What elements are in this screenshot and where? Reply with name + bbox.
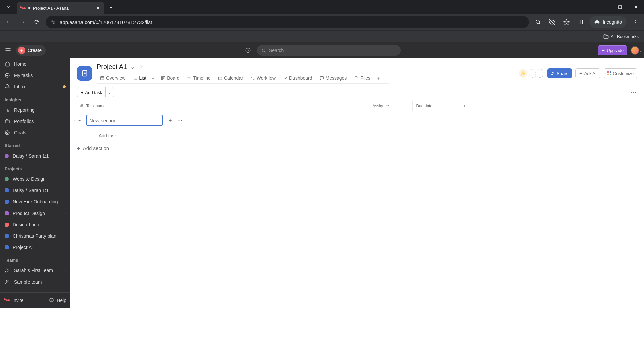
- customize-button[interactable]: Customize: [604, 68, 637, 78]
- svg-point-50: [251, 77, 252, 77]
- sidebar-project-item[interactable]: Daisy / Sarah 1:1: [0, 185, 70, 196]
- back-button[interactable]: ←: [3, 17, 13, 27]
- collapse-caret-icon[interactable]: ▾: [79, 118, 84, 123]
- create-button[interactable]: + Create: [16, 45, 46, 56]
- sidebar-item-my-tasks[interactable]: My tasks: [0, 70, 70, 81]
- site-settings-icon[interactable]: [50, 19, 56, 25]
- star-icon[interactable]: ☆: [138, 64, 143, 70]
- sidebar-team-item[interactable]: Sarah's First Team›: [0, 265, 70, 276]
- eye-off-icon[interactable]: [547, 17, 557, 27]
- forward-button[interactable]: →: [17, 17, 28, 27]
- ai-sparkle-button[interactable]: ✨: [519, 69, 527, 78]
- asana-logo-icon: [4, 299, 10, 301]
- column-name: Task name: [86, 104, 106, 108]
- svg-rect-56: [607, 74, 609, 75]
- svg-rect-54: [607, 71, 609, 73]
- column-id: #: [80, 104, 83, 108]
- add-task-to-section-button[interactable]: +: [167, 117, 174, 123]
- task-row-placeholder[interactable]: ⋮⋮ Add task…: [70, 129, 644, 142]
- sidebar-section-projects: Projects: [0, 162, 70, 173]
- menu-toggle-button[interactable]: [5, 47, 11, 54]
- tab-board[interactable]: Board: [158, 73, 183, 83]
- tab-more-button[interactable]: ⋯: [150, 75, 157, 82]
- search-icon[interactable]: [533, 17, 543, 27]
- plus-icon: +: [81, 90, 84, 95]
- svg-rect-55: [610, 71, 611, 73]
- sidebar-label: Project A1: [13, 245, 66, 250]
- tab-files[interactable]: Files: [351, 73, 374, 83]
- sidebar-project-item[interactable]: Product Design›: [0, 207, 70, 219]
- close-window-button[interactable]: ✕: [628, 0, 644, 14]
- sidebar-label: Website Design: [13, 176, 66, 182]
- share-button[interactable]: Share: [547, 68, 572, 78]
- add-task-dropdown[interactable]: ⌄: [106, 90, 114, 94]
- ask-ai-button[interactable]: ✦ Ask AI: [575, 68, 600, 78]
- search-input[interactable]: Search: [257, 45, 401, 56]
- sidebar-project-item[interactable]: Christmas Party plan: [0, 230, 70, 242]
- svg-point-23: [5, 131, 9, 135]
- chevron-down-icon: ⌄: [108, 90, 111, 94]
- search-placeholder: Search: [269, 48, 284, 53]
- sidebar-project-item[interactable]: Website Design: [0, 173, 70, 185]
- maximize-button[interactable]: [612, 0, 628, 14]
- column-assignee[interactable]: Assignee: [369, 101, 412, 111]
- incognito-badge[interactable]: Incognito: [589, 16, 627, 28]
- column-due[interactable]: Due date: [412, 101, 456, 111]
- user-avatar[interactable]: ⌄: [631, 46, 639, 55]
- invite-button[interactable]: Invite: [4, 298, 23, 303]
- notification-dot-icon: [63, 85, 66, 88]
- sidebar-item-goals[interactable]: Goals: [0, 127, 70, 138]
- sidebar-label: New Hire Onboarding Ch…: [13, 199, 66, 204]
- add-task-button[interactable]: + Add task ⌄: [77, 87, 114, 97]
- sidebar-starred-item[interactable]: Daisy / Sarah 1:1: [0, 150, 70, 162]
- section-more-button[interactable]: ⋯: [176, 117, 183, 123]
- sidebar-project-item[interactable]: Project A1: [0, 242, 70, 253]
- side-panel-icon[interactable]: [575, 17, 585, 27]
- sidebar-label: Product Design: [13, 210, 60, 216]
- tab-search-button[interactable]: [3, 1, 14, 13]
- project-members[interactable]: [531, 69, 544, 78]
- svg-line-7: [539, 23, 540, 24]
- app-container: + Create Search ✦ Upgrade ⌄: [0, 42, 644, 308]
- sidebar-project-item[interactable]: New Hire Onboarding Ch…: [0, 196, 70, 207]
- all-bookmarks-button[interactable]: All Bookmarks: [603, 34, 639, 39]
- briefcase-icon: [5, 119, 10, 124]
- svg-rect-10: [578, 20, 583, 24]
- sidebar-item-portfolios[interactable]: Portfolios: [0, 116, 70, 127]
- reload-button[interactable]: ⟳: [32, 17, 42, 27]
- sidebar-team-item[interactable]: Sample team: [0, 276, 70, 288]
- sidebar-item-reporting[interactable]: Reporting: [0, 104, 70, 116]
- add-column-button[interactable]: +: [456, 101, 473, 111]
- toolbar-more-button[interactable]: ⋯: [631, 88, 637, 96]
- upgrade-button[interactable]: ✦ Upgrade: [598, 45, 627, 55]
- tab-calendar[interactable]: Calendar: [215, 73, 247, 83]
- browser-tab[interactable]: Project A1 - Asana ✕: [17, 2, 104, 14]
- sidebar-item-home[interactable]: Home: [0, 58, 70, 70]
- sidebar-item-inbox[interactable]: Inbox: [0, 81, 70, 93]
- minimize-button[interactable]: [596, 0, 612, 14]
- tab-list[interactable]: List: [129, 73, 150, 83]
- grid-icon: [607, 71, 611, 75]
- url-bar[interactable]: app.asana.com/0/1206178107812732/list: [46, 16, 529, 28]
- tab-messages[interactable]: Messages: [316, 73, 351, 83]
- project-color-icon: [5, 245, 9, 249]
- drag-handle-icon[interactable]: ⋮⋮: [72, 118, 77, 123]
- browser-menu-icon[interactable]: ⋮: [631, 17, 641, 27]
- svg-rect-22: [5, 120, 9, 123]
- tab-overview[interactable]: Overview: [97, 73, 129, 83]
- dropdown-chevron-icon[interactable]: ⌄: [130, 64, 135, 70]
- sidebar-footer: Invite Help: [0, 292, 70, 308]
- close-tab-icon[interactable]: ✕: [95, 5, 101, 11]
- tab-timeline[interactable]: Timeline: [184, 73, 214, 83]
- bookmark-star-icon[interactable]: [561, 17, 571, 27]
- tab-workflow[interactable]: Workflow: [247, 73, 279, 83]
- tab-dashboard[interactable]: Dashboard: [280, 73, 316, 83]
- new-tab-button[interactable]: +: [106, 3, 116, 13]
- add-tab-button[interactable]: +: [374, 74, 382, 82]
- add-section-button[interactable]: + Add section: [70, 142, 644, 155]
- project-icon[interactable]: [77, 66, 92, 81]
- section-name-input[interactable]: [86, 115, 163, 126]
- help-button[interactable]: Help: [49, 298, 66, 303]
- history-button[interactable]: [243, 46, 253, 55]
- sidebar-project-item[interactable]: Design Logo: [0, 219, 70, 230]
